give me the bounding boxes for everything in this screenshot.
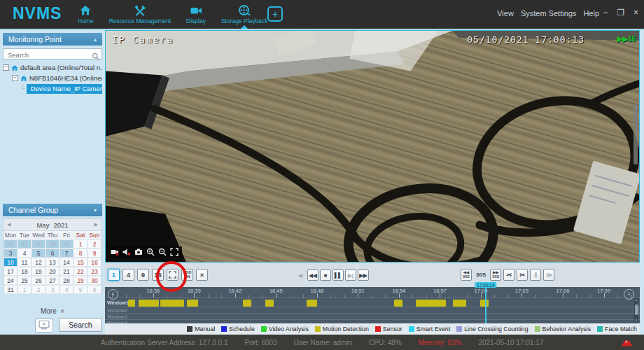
calendar-date[interactable]: 1 [74, 239, 88, 248]
close-button[interactable]: × [634, 8, 638, 18]
tree-item[interactable]: −default area (Online/Total n... [3, 62, 102, 73]
calendar-date[interactable]: 3 [4, 248, 18, 258]
calendar-date[interactable]: 20 [46, 267, 59, 276]
menu-view[interactable]: View [497, 9, 514, 18]
video-scrollbar[interactable] [634, 104, 638, 164]
recording-segment[interactable] [187, 300, 198, 307]
menu-help[interactable]: Help [583, 9, 599, 18]
calendar-date[interactable]: 25 [18, 276, 31, 285]
calendar-date[interactable]: 4 [59, 285, 74, 294]
nav-tab-home[interactable]: Home [70, 0, 102, 29]
calendar-date[interactable]: 4 [18, 248, 31, 258]
calendar-date[interactable]: 26 [4, 239, 18, 248]
fullscreen-button[interactable] [167, 269, 178, 281]
calendar-date[interactable]: 15 [74, 258, 88, 267]
pause-button[interactable]: ▌▌ [332, 270, 344, 281]
calendar-date[interactable]: 1 [18, 285, 31, 294]
calendar-date[interactable]: 28 [31, 239, 46, 248]
scrollbar-thumb[interactable] [635, 304, 638, 315]
calendar-date[interactable]: 18 [18, 267, 31, 276]
calendar-date[interactable]: 29 [74, 276, 88, 285]
alarm-icon[interactable] [621, 337, 633, 347]
recording-segment[interactable] [453, 300, 465, 307]
maximize-button[interactable]: ❐ [617, 8, 624, 18]
calendar-date[interactable]: 13 [46, 258, 59, 267]
close-stream-icon[interactable] [111, 248, 119, 256]
calendar-date[interactable]: 11 [18, 258, 31, 267]
calendar-date[interactable]: 16 [88, 258, 102, 267]
search-button[interactable]: Search [59, 318, 102, 332]
clip-start-button[interactable]: ✂ [503, 269, 514, 281]
fit-screen-icon[interactable] [170, 248, 178, 256]
calendar-date[interactable]: 7 [59, 248, 74, 258]
calendar-date[interactable]: 17 [4, 267, 18, 276]
tree-item[interactable]: └Device Name_IP Camera [3, 83, 102, 94]
calendar-date[interactable]: 30 [88, 276, 102, 285]
timeline-row-3[interactable]: Window3 [105, 313, 640, 319]
video-window[interactable]: IP Camera 05/10/2021 17:00:13 ▶▶16 [105, 30, 640, 262]
timeline-playhead[interactable] [485, 287, 486, 323]
calendar-date[interactable]: 2 [88, 239, 102, 248]
zoom-out-icon[interactable] [158, 248, 167, 256]
search-input[interactable] [6, 50, 92, 59]
recording-segment[interactable] [139, 300, 159, 307]
grid-1-button[interactable]: 1 [108, 269, 120, 281]
backup-button[interactable]: ≫ [543, 269, 554, 281]
nav-tab-resource[interactable]: Resource Management [102, 0, 178, 29]
previous-button[interactable]: ◀ [295, 270, 306, 281]
recording-segment[interactable] [307, 300, 317, 307]
calendar-date[interactable]: 6 [46, 248, 59, 258]
timeline-row-2[interactable]: Window2 [105, 307, 640, 313]
monitoring-point-header[interactable]: Monitoring Point ▴ [3, 33, 102, 46]
calendar-date[interactable]: 28 [59, 276, 74, 285]
calendar-date[interactable]: 9 [88, 248, 102, 258]
skip-forward-30s-button[interactable]: ▶▶30S [490, 269, 501, 281]
calendar-date[interactable]: 21 [59, 267, 74, 276]
next-frame-button[interactable]: ▶| [345, 270, 356, 281]
recording-segment[interactable] [416, 300, 447, 307]
nav-tab-storage[interactable]: Storage Playback [214, 0, 276, 29]
recording-segment[interactable] [128, 300, 135, 307]
calendar-date[interactable]: 8 [74, 248, 88, 258]
nav-tab-display[interactable]: Display [178, 0, 214, 29]
recording-segment[interactable] [480, 300, 489, 307]
rewind-button[interactable]: ◀◀ [307, 270, 318, 281]
recording-segment[interactable] [394, 300, 402, 307]
timeline-scroll-left-icon[interactable]: ‹ [108, 289, 118, 300]
calendar-date[interactable]: 6 [88, 285, 102, 294]
grid-9-button[interactable]: 9 [137, 269, 149, 281]
recording-segment[interactable] [160, 300, 184, 307]
download-button[interactable]: ⇓ [530, 269, 541, 281]
recording-segment[interactable] [265, 300, 274, 307]
fast-forward-button[interactable]: ▶▶ [358, 270, 369, 281]
tree-item[interactable]: −N8FB1046HE34 (Online/T... [3, 73, 102, 83]
timeline-row-1[interactable]: Window1 [105, 298, 640, 307]
grid-16-button[interactable]: 16 [152, 269, 164, 281]
calendar-date[interactable]: 2 [31, 285, 46, 294]
playback-mode-button[interactable] [35, 318, 53, 332]
close-all-button[interactable]: × [196, 269, 208, 281]
snapshot-icon[interactable] [134, 248, 143, 256]
prev-month-icon[interactable]: ◀ [7, 222, 10, 227]
calendar-date[interactable]: 24 [4, 276, 18, 285]
timeline-scroll-right-icon[interactable]: › [624, 289, 634, 300]
calendar-date[interactable]: 23 [88, 267, 102, 276]
menu-system-settings[interactable]: System Settings [521, 9, 576, 18]
calendar-date[interactable]: 5 [31, 248, 46, 258]
calendar-date[interactable]: 31 [4, 285, 18, 294]
calendar-date[interactable]: 26 [31, 276, 46, 285]
timeline[interactable]: ‹ › Window1Window2Window3Window4 ▲ ▼ 16:… [105, 287, 640, 323]
next-month-icon[interactable]: ▶ [94, 222, 98, 227]
calendar-date[interactable]: 30 [59, 239, 74, 248]
calendar-date[interactable]: 14 [59, 258, 74, 267]
grid-4-button[interactable]: 4 [122, 269, 134, 281]
calendar-date[interactable]: 3 [46, 285, 59, 294]
calendar-date[interactable]: 19 [31, 267, 46, 276]
osd-toggle-button[interactable]: OSD ON [181, 269, 193, 281]
skip-back-30s-button[interactable]: ◀◀30S [461, 269, 472, 281]
timeline-scrollbar[interactable]: ▲ ▼ [634, 298, 638, 322]
recording-segment[interactable] [243, 300, 251, 307]
minimize-button[interactable]: − [603, 8, 608, 18]
channel-group-header[interactable]: Channel Group ▾ [3, 204, 102, 216]
calendar-date[interactable]: 5 [74, 285, 88, 294]
